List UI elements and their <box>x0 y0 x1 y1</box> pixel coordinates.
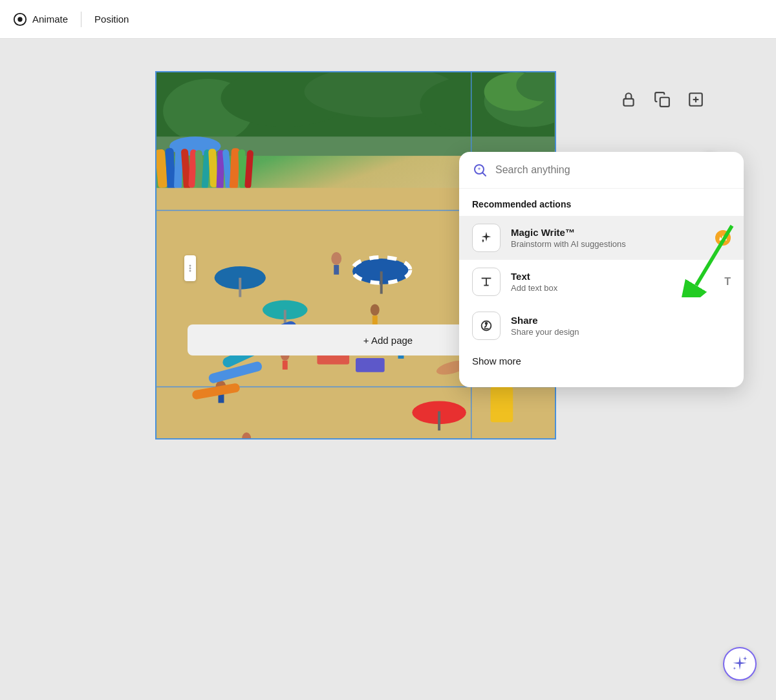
share-icon <box>479 319 493 333</box>
canvas-area: Bri + Add page Recommended actions <box>0 39 776 700</box>
magic-write-subtitle: Brainstorm with AI suggestions <box>511 239 705 249</box>
ai-search-icon <box>472 162 488 178</box>
share-icon-box <box>472 312 501 340</box>
svg-point-11 <box>189 270 191 272</box>
share-action-subtitle: Share your design <box>511 327 731 337</box>
left-edge-handle[interactable] <box>184 255 196 281</box>
crown-badge <box>715 230 731 246</box>
copy-icon-button[interactable] <box>653 90 671 109</box>
svg-rect-65 <box>491 387 513 423</box>
svg-point-1 <box>17 17 22 21</box>
magic-write-icon-box <box>472 224 501 252</box>
text-action[interactable]: Text Add text box T <box>459 260 744 304</box>
handle-icon <box>188 263 193 273</box>
svg-point-10 <box>189 268 191 270</box>
svg-point-9 <box>189 265 191 267</box>
crown-icon <box>718 233 727 242</box>
search-panel: Recommended actions Magic Write™ Brainst… <box>459 152 744 387</box>
animate-icon <box>13 12 27 27</box>
toolbar: Animate Position <box>0 0 776 39</box>
text-action-text: Text Add text box <box>511 271 714 293</box>
svg-rect-53 <box>372 315 378 324</box>
search-input-row <box>459 152 744 189</box>
text-icon <box>479 275 493 289</box>
toolbar-divider <box>81 12 81 27</box>
add-element-icon <box>687 91 704 108</box>
position-button[interactable]: Position <box>94 14 129 25</box>
text-shortcut: T <box>724 276 731 288</box>
text-icon-box <box>472 268 501 296</box>
svg-line-71 <box>483 173 486 176</box>
copy-icon <box>654 91 671 108</box>
show-more-button[interactable]: Show more <box>459 348 534 374</box>
magic-write-title: Magic Write™ <box>511 227 705 238</box>
animate-button[interactable]: Animate <box>13 12 68 27</box>
lock-icon <box>620 91 637 108</box>
search-input[interactable] <box>495 164 731 176</box>
share-action[interactable]: Share Share your design <box>459 304 744 348</box>
magic-sparkle-button[interactable] <box>723 647 757 681</box>
svg-rect-40 <box>239 278 241 297</box>
magic-write-action[interactable]: Magic Write™ Brainstorm with AI suggesti… <box>459 216 744 260</box>
svg-point-76 <box>486 323 488 324</box>
svg-rect-57 <box>283 361 288 370</box>
svg-rect-3 <box>660 98 669 107</box>
svg-rect-2 <box>623 99 633 106</box>
text-action-subtitle: Add text box <box>511 283 714 293</box>
sparkle-icon <box>731 655 749 673</box>
lock-icon-button[interactable] <box>620 90 638 109</box>
svg-point-52 <box>371 304 380 315</box>
svg-rect-49 <box>438 411 440 430</box>
recommended-header: Recommended actions <box>459 189 744 216</box>
svg-rect-51 <box>334 265 339 275</box>
share-action-title: Share <box>511 315 731 326</box>
svg-rect-63 <box>356 358 385 372</box>
magic-write-text: Magic Write™ Brainstorm with AI suggesti… <box>511 227 705 249</box>
add-element-icon-button[interactable] <box>687 90 705 109</box>
animate-label: Animate <box>32 14 68 25</box>
magic-write-icon <box>479 231 493 245</box>
svg-point-50 <box>331 252 341 265</box>
text-action-title: Text <box>511 271 714 282</box>
share-action-text: Share Share your design <box>511 315 731 337</box>
svg-rect-45 <box>380 271 383 294</box>
top-right-icons <box>620 90 705 109</box>
